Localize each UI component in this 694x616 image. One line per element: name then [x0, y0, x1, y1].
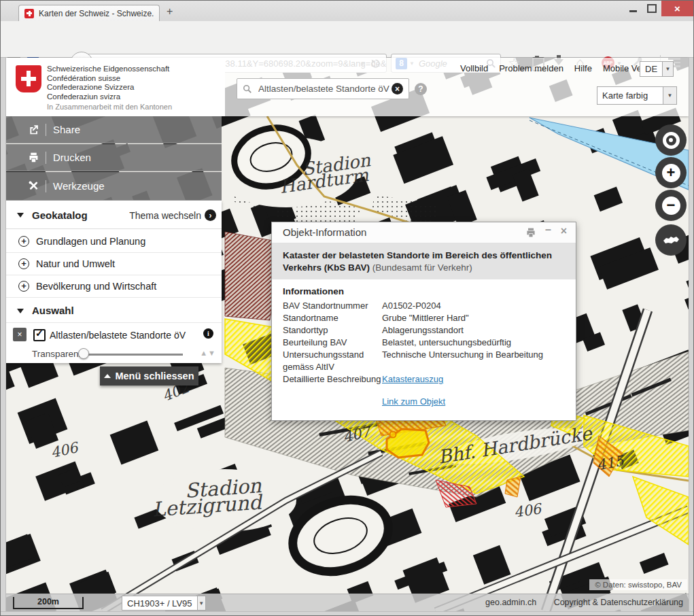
sidebar-item-tools[interactable]: Werkzeuge: [6, 172, 222, 201]
transparency-label: Transparenz: [32, 349, 83, 359]
geocatalog-title: Geokatalog: [32, 209, 88, 221]
share-icon: [27, 124, 40, 135]
transparency-row: Transparenz ▲▼: [6, 345, 222, 363]
header-nav: Vollbild Problem melden Hilfe Mobile Ver…: [460, 63, 661, 73]
geocatalog-header[interactable]: Geokatalog Thema wechseln ›: [6, 201, 222, 229]
tab-title: Karten der Schweiz - Schweize...: [39, 9, 154, 18]
layer-name[interactable]: Altlasten/belastete Standorte öV: [50, 330, 186, 341]
footer-bar: 200m CH1903+ / LV95 ▼ geo.admin.ch Copyr…: [6, 594, 689, 611]
catalog-item-natur[interactable]: + Natur und Umwelt: [6, 253, 222, 275]
popup-close-icon[interactable]: ×: [561, 225, 567, 237]
catalog-label-natur: Natur und Umwelt: [36, 258, 115, 269]
map-search-input[interactable]: [257, 83, 392, 95]
geolocate-icon: [663, 132, 680, 149]
popup-title: Objekt-Information: [283, 226, 366, 238]
info-row: Beurteilung BAVBelastet, untersuchungsbe…: [283, 337, 565, 349]
layer-info-icon[interactable]: i: [203, 328, 213, 339]
close-menu-button[interactable]: Menü schliessen: [100, 366, 198, 386]
browser-tab[interactable]: Karten der Schweiz - Schweize...: [18, 5, 160, 21]
logo-line-de: Schweizerische Eidgenossenschaft: [47, 65, 169, 74]
transparency-slider-knob[interactable]: [78, 348, 89, 359]
layer-reorder-icons[interactable]: ▲▼: [200, 349, 216, 357]
catalog-item-grundlagen[interactable]: + Grundlagen und Planung: [6, 230, 222, 253]
data-attribution[interactable]: © Daten: swisstopo, BAV: [589, 579, 687, 590]
catalog-item-bevoelkerung[interactable]: + Bevölkerung und Wirtschaft: [6, 275, 222, 298]
window-close-button[interactable]: ×: [661, 1, 693, 16]
swiss-flag-favicon: [24, 9, 34, 18]
selection-section-header[interactable]: Auswahl: [6, 300, 222, 323]
popup-header[interactable]: Objekt-Information – ×: [272, 222, 576, 243]
new-tab-button[interactable]: +: [167, 5, 173, 18]
remove-layer-button[interactable]: ×: [13, 328, 27, 341]
tools-label: Werkzeuge: [53, 180, 105, 192]
zoom-out-button[interactable]: −: [655, 190, 687, 221]
collapse-triangle-icon: [17, 213, 24, 218]
expand-plus-icon[interactable]: +: [18, 281, 29, 292]
zoom-in-button[interactable]: +: [655, 157, 687, 188]
info-section-title: Informationen: [283, 286, 565, 296]
geolocate-button[interactable]: [655, 124, 687, 156]
theme-switch-arrow-icon[interactable]: ›: [205, 209, 216, 221]
sidebar-item-print[interactable]: Drucken: [6, 144, 222, 171]
info-row: Link zum Objekt: [283, 396, 565, 408]
site-header: Schweizerische Eidgenossenschaft Confédé…: [6, 58, 689, 116]
language-caret-icon: ▼: [662, 62, 673, 76]
popup-body: Informationen BAV StandortnummerA01502-P…: [272, 279, 576, 420]
logo-line-it: Confederazione Svizzera: [47, 83, 169, 92]
switzerland-outline-icon: [661, 233, 680, 247]
minus-icon: −: [662, 196, 680, 215]
projection-value: CH1903+ / LV95: [122, 598, 197, 609]
tools-icon: [27, 180, 40, 192]
selection-title: Auswahl: [32, 305, 74, 316]
geoadmin-link[interactable]: geo.admin.ch: [485, 598, 536, 607]
active-layer-row: × Altlasten/belastete Standorte öV i: [6, 325, 222, 345]
language-select[interactable]: DE ▼: [640, 61, 674, 77]
window-minimize-button[interactable]: [623, 1, 642, 16]
logo-line-rm: Confederaziun svizra: [47, 92, 169, 102]
plus-icon: +: [662, 164, 680, 182]
close-menu-label: Menü schliessen: [115, 371, 194, 381]
map-style-select[interactable]: Karte farbig ▼: [597, 86, 677, 105]
window-frame-right: [689, 58, 694, 616]
zoom-to-switzerland-button[interactable]: [655, 224, 687, 256]
logo-line-fr: Confédération suisse: [47, 74, 169, 84]
confederation-names: Schweizerische Eidgenossenschaft Confédé…: [47, 65, 169, 101]
transparency-slider-track[interactable]: [81, 354, 183, 356]
selected-site-marker: [390, 432, 396, 438]
copyright-link[interactable]: Copyright & Datenschutzerklärung: [554, 598, 683, 607]
popup-print-icon[interactable]: [525, 227, 536, 238]
catalog-label-bevoelkerung: Bevölkerung und Wirtschaft: [36, 281, 156, 292]
map-search-magnifier-icon: [243, 84, 252, 94]
language-value: DE: [640, 64, 662, 74]
clear-search-icon[interactable]: ×: [392, 83, 403, 95]
popup-layer-heading: Kataster der belasteten Standorte im Ber…: [272, 243, 576, 279]
window-maximize-button[interactable]: [642, 1, 661, 16]
nav-vollbild[interactable]: Vollbild: [460, 63, 488, 73]
popup-minimize-icon[interactable]: –: [545, 224, 551, 236]
swiss-shield-logo: [16, 65, 41, 92]
scale-bar: 200m: [13, 597, 84, 609]
projection-caret-icon: ▼: [197, 596, 205, 610]
layer-checkbox[interactable]: [33, 329, 46, 341]
object-info-popup: Objekt-Information – × Kataster der bela…: [271, 222, 576, 421]
info-row: Detaillierte BeschreibungKatasterauszug: [283, 373, 565, 386]
titlebar: Karten der Schweiz - Schweize... + ×: [1, 1, 693, 21]
nav-problem-melden[interactable]: Problem melden: [499, 63, 563, 73]
expand-plus-icon[interactable]: +: [18, 236, 29, 247]
search-help-icon[interactable]: ?: [415, 83, 427, 95]
object-link[interactable]: Link zum Objekt: [382, 396, 565, 408]
sidebar-item-share[interactable]: Share: [6, 116, 222, 143]
theme-switch-link[interactable]: Thema wechseln: [129, 210, 201, 221]
print-icon: [27, 152, 40, 163]
nav-hilfe[interactable]: Hilfe: [574, 63, 592, 73]
expand-plus-icon[interactable]: +: [18, 258, 29, 269]
collapse-triangle-icon: [17, 309, 24, 313]
projection-select[interactable]: CH1903+ / LV95 ▼: [122, 596, 206, 611]
info-row: StandorttypAblagerungsstandort: [283, 324, 565, 337]
map-search-field[interactable]: ×: [237, 78, 409, 99]
footer-links: geo.admin.ch Copyright & Datenschutzerkl…: [470, 598, 683, 607]
geocatalog-panel: Geokatalog Thema wechseln › + Grundlagen…: [6, 201, 222, 363]
partnership-note: In Zusammenarbeit mit den Kantonen: [47, 103, 172, 111]
kataster-link[interactable]: Katasterauszug: [382, 373, 565, 386]
map-style-caret-icon: ▼: [663, 87, 676, 104]
